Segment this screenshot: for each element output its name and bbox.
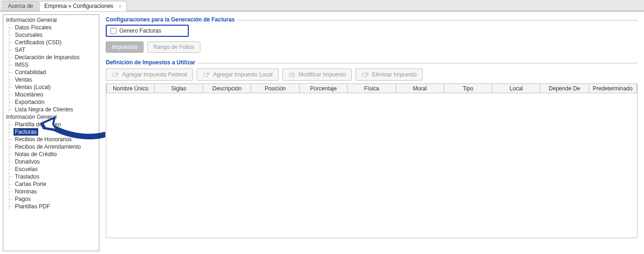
sidebar-item-label: Pagos [14, 195, 32, 203]
sidebar-item-label: Recibos de Honorarios [14, 136, 73, 143]
sidebar-item-n-minas[interactable]: Nóminas [5, 188, 97, 195]
column-header[interactable]: Porcentaje [299, 84, 347, 93]
edit-icon [288, 71, 296, 78]
groupbox-definicion-impuestos: Definición de Impuestos a Utilizar Agreg… [106, 59, 637, 238]
agregar-impuesto-local-button[interactable]: Agregar Impuesto Local [197, 69, 278, 81]
sidebar-item-label: Recibos de Arrendamiento [14, 143, 82, 151]
add-icon [112, 71, 119, 78]
sidebar-item-label: Lista Negra de Clientes [14, 106, 75, 113]
column-header[interactable]: Predeterminado [589, 84, 637, 93]
sidebar-item-miscel-neo[interactable]: Misceláneo [5, 91, 97, 98]
tab-label: Empresa » Configuraciones [44, 3, 113, 9]
delete-icon [362, 71, 369, 78]
column-header[interactable]: Descripción [203, 84, 251, 93]
column-header[interactable]: Nombre Único [107, 84, 155, 93]
column-header[interactable]: Local [492, 84, 540, 93]
sidebar-item-ventas[interactable]: Ventas [5, 76, 97, 83]
sidebar-item-label: Notas de Crédito [14, 151, 58, 158]
checkbox-label: Genero Facturas [119, 27, 161, 34]
sidebar-item-donativos[interactable]: Donativos [5, 158, 97, 165]
sidebar-item-certificados-csd-[interactable]: Certificados (CSD) [5, 39, 97, 46]
sidebar-item-declaraci-n-de-impuestos[interactable]: Declaración de Impuestos [5, 54, 97, 61]
agregar-impuesto-federal-button[interactable]: Agregar Impuesto Federal [106, 69, 193, 81]
add-icon [203, 71, 210, 78]
groupbox-legend: Configuraciones para la Generación de Fa… [106, 16, 238, 23]
button-label: Agregar Impuesto Federal [122, 71, 187, 78]
modificar-impuesto-button[interactable]: Modificar Impuesto [282, 69, 352, 81]
rango-folios-button[interactable]: Rango de Folios [147, 41, 200, 53]
sidebar-item-imss[interactable]: IMSS [5, 61, 97, 69]
sidebar-item-cartas-porte[interactable]: Cartas Porte [5, 180, 97, 188]
sidebar-item-label: Misceláneo [14, 91, 45, 98]
tab-empresa-configuraciones[interactable]: Empresa » Configuraciones × [39, 1, 127, 11]
sidebar-item-sat[interactable]: SAT [5, 46, 97, 54]
sidebar-item-label: Facturas [14, 128, 38, 136]
sidebar-item-datos-fiscales[interactable]: Datos Fiscales [5, 24, 97, 31]
tab-acerca-de[interactable]: Acerca de [3, 1, 38, 11]
impuestos-table: Nombre ÚnicoSiglasDescripciónPosiciónPor… [106, 83, 637, 238]
sidebar-item-label: Exportación [14, 98, 46, 106]
tab-label: Acerca de [8, 3, 33, 9]
sidebar-item-label: IMSS [14, 61, 30, 69]
sidebar-item-lista-negra-de-clientes[interactable]: Lista Negra de Clientes [5, 106, 97, 113]
column-header[interactable]: Siglas [155, 84, 203, 93]
sidebar-item-ventas-local-[interactable]: Ventas (Local) [5, 83, 97, 91]
sidebar-item-label: Contabilidad [14, 69, 48, 76]
sidebar-item-notas-de-cr-dito[interactable]: Notas de Crédito [5, 151, 97, 158]
button-label: Agregar Impuesto Local [213, 71, 272, 78]
sidebar-item-recibos-de-arrendamiento[interactable]: Recibos de Arrendamiento [5, 143, 97, 151]
sidebar-item-label: Nóminas [14, 188, 38, 195]
sidebar-item-sucursales[interactable]: Sucursales [5, 31, 97, 39]
sidebar-item-label: Ventas [14, 76, 34, 83]
column-header[interactable]: Depende De [541, 84, 589, 93]
sidebar-item-label: Escuelas [14, 165, 39, 173]
button-label: Rango de Folios [153, 44, 194, 50]
column-header[interactable]: Física [348, 84, 396, 93]
sidebar-item-label: Plantillas PDF [14, 203, 51, 210]
sidebar-item-plantillas-pdf[interactable]: Plantillas PDF [5, 203, 97, 210]
groupbox-config-facturas: Configuraciones para la Generación de Fa… [106, 16, 637, 53]
close-icon[interactable]: × [118, 3, 121, 9]
sidebar-item-label: Datos Fiscales [14, 24, 53, 31]
column-header[interactable]: Posición [251, 84, 299, 93]
impuestos-button[interactable]: Impuestos [106, 41, 144, 53]
sidebar-item-traslados[interactable]: Traslados [5, 173, 97, 180]
sidebar-item-label: Sucursales [14, 31, 44, 39]
sidebar-item-escuelas[interactable]: Escuelas [5, 165, 97, 173]
sidebar-item-label: Ventas (Local) [14, 83, 52, 91]
sidebar-item-label: Certificados (CSD) [14, 39, 63, 46]
tabstrip: Acerca de Empresa » Configuraciones × [0, 0, 644, 11]
sidebar-item-contabilidad[interactable]: Contabilidad [5, 69, 97, 76]
sidebar-item-label: Declaración de Impuestos [14, 54, 81, 61]
sidebar-item-plantilla-de-correo[interactable]: Plantilla de Correo [5, 121, 97, 128]
tree-group-label: Información General [5, 16, 97, 24]
sidebar-item-facturas[interactable]: Facturas [5, 128, 97, 136]
checkbox-genero-facturas-row[interactable]: Genero Facturas [106, 25, 189, 37]
tree-group-label: Información General [5, 113, 97, 121]
eliminar-impuesto-button[interactable]: Eliminar Impuesto [356, 69, 423, 81]
checkbox-genero-facturas[interactable] [110, 28, 116, 34]
sidebar-item-exportaci-n[interactable]: Exportación [5, 98, 97, 106]
column-header[interactable]: Tipo [444, 84, 492, 93]
sidebar-item-label: Traslados [14, 173, 41, 180]
sidebar-item-label: SAT [14, 46, 27, 54]
groupbox-legend: Definición de Impuestos a Utilizar [106, 59, 198, 66]
sidebar-item-recibos-de-honorarios[interactable]: Recibos de Honorarios [5, 136, 97, 143]
sidebar-item-pagos[interactable]: Pagos [5, 195, 97, 203]
sidebar-tree: Información General Datos FiscalesSucurs… [3, 14, 99, 251]
content-pane: Configuraciones para la Generación de Fa… [99, 12, 644, 254]
sidebar-item-label: Cartas Porte [14, 180, 48, 188]
sidebar-item-label: Plantilla de Correo [14, 121, 62, 128]
button-label: Eliminar Impuesto [372, 71, 417, 78]
button-label: Impuestos [112, 44, 137, 50]
column-header[interactable]: Moral [396, 84, 444, 93]
button-label: Modificar Impuesto [299, 71, 346, 78]
sidebar-item-label: Donativos [14, 158, 41, 165]
